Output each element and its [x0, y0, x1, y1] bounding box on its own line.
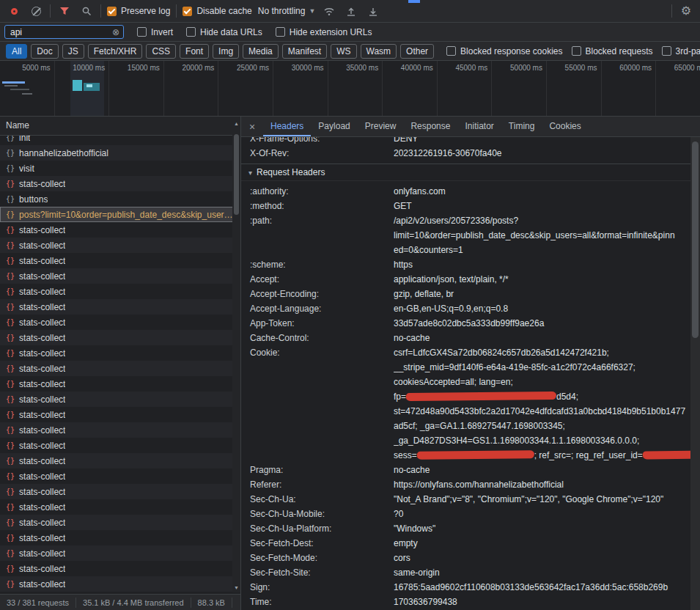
import-har-button[interactable]: [343, 2, 359, 20]
request-row[interactable]: {}stats-collect: [0, 268, 240, 284]
request-row[interactable]: {}visit: [0, 161, 240, 176]
toolbar-divider: [176, 4, 177, 18]
request-row[interactable]: {}buttons: [0, 191, 240, 207]
disable-cache-checkbox[interactable]: Disable cache: [183, 6, 251, 16]
tab-timing[interactable]: Timing: [501, 117, 542, 136]
request-row[interactable]: {}stats-collect: [0, 530, 240, 545]
clear-button[interactable]: [28, 2, 44, 20]
header-row: :method:GET: [250, 199, 690, 213]
timeline-overview[interactable]: 5000 ms10000 ms15000 ms20000 ms25000 ms3…: [0, 61, 700, 117]
request-row[interactable]: {}stats-collect: [0, 545, 240, 561]
request-row[interactable]: {}stats-collect: [0, 238, 240, 253]
tab-payload[interactable]: Payload: [311, 117, 357, 136]
type-filter-css[interactable]: CSS: [146, 44, 176, 59]
timeline-tick: 50000 ms: [492, 61, 547, 116]
type-filter-wasm[interactable]: Wasm: [361, 44, 397, 59]
blocked-requests-checkbox[interactable]: Blocked requests: [572, 46, 653, 56]
request-row[interactable]: {}stats-collect: [0, 576, 240, 592]
close-details-button[interactable]: ×: [241, 117, 263, 136]
type-filter-img[interactable]: Img: [213, 44, 239, 59]
scroll-down-icon[interactable]: ▼: [234, 584, 239, 592]
header-value: empty: [394, 536, 690, 551]
invert-checkbox[interactable]: Invert: [137, 27, 173, 37]
request-row[interactable]: {}stats-collect: [0, 315, 240, 330]
hide-data-urls-checkbox[interactable]: Hide data URLs: [186, 27, 262, 37]
clear-filter-icon[interactable]: ⊗: [112, 28, 119, 37]
type-filter-font[interactable]: Font: [180, 44, 209, 59]
name-column-header[interactable]: Name: [0, 117, 240, 136]
scrollbar-thumb[interactable]: [234, 134, 239, 215]
request-row[interactable]: {}stats-collect: [0, 515, 240, 530]
header-key: App-Token:: [250, 316, 394, 331]
request-row[interactable]: {}stats-collect: [0, 407, 240, 422]
header-value: ?0: [394, 507, 690, 521]
details-scrollbar[interactable]: [690, 137, 700, 610]
filter-toggle-button[interactable]: [56, 2, 73, 20]
type-filter-all[interactable]: All: [6, 44, 27, 59]
request-row[interactable]: {}stats-collect: [0, 176, 240, 191]
tab-response[interactable]: Response: [403, 117, 457, 136]
request-name: stats-collect: [19, 240, 65, 251]
request-row[interactable]: {}stats-collect: [0, 361, 240, 376]
request-headers-section[interactable]: ▾Request Headers: [241, 163, 690, 181]
timeline-tick: 5000 ms: [0, 61, 55, 116]
filter-input[interactable]: [9, 26, 112, 38]
request-row[interactable]: {}init: [0, 136, 240, 145]
network-conditions-button[interactable]: [321, 2, 337, 20]
header-value-line: _ga_D4827DS3H4=GS1.1.1698003344.1.1.1698…: [394, 433, 690, 448]
preserve-log-checkbox[interactable]: Preserve log: [107, 6, 170, 16]
header-row: Time:1703636799438: [250, 595, 690, 609]
request-row[interactable]: {}stats-collect: [0, 376, 240, 392]
type-filter-media[interactable]: Media: [243, 44, 279, 59]
request-row[interactable]: {}stats-collect: [0, 422, 240, 438]
request-row[interactable]: {}posts?limit=10&order=publish_date_desc…: [0, 207, 240, 222]
blocked-response-cookies-checkbox[interactable]: Blocked response cookies: [446, 46, 562, 56]
request-row[interactable]: {}stats-collect: [0, 345, 240, 361]
type-filter-js[interactable]: JS: [62, 44, 84, 59]
request-row[interactable]: {}stats-collect: [0, 499, 240, 515]
request-row[interactable]: {}stats-collect: [0, 468, 240, 484]
tab-cookies[interactable]: Cookies: [542, 117, 588, 136]
request-row[interactable]: {}stats-collect: [0, 253, 240, 268]
request-row[interactable]: {}stats-collect: [0, 561, 240, 576]
header-value: no-cache: [394, 463, 690, 477]
header-value-line: GET: [394, 199, 690, 213]
request-row[interactable]: {}stats-collect: [0, 438, 240, 453]
request-row[interactable]: {}hannahelizabethofficial: [0, 145, 240, 161]
tab-preview[interactable]: Preview: [358, 117, 404, 136]
json-resource-icon: {}: [6, 441, 15, 449]
requests-scrollbar[interactable]: ▲ ▼: [232, 120, 240, 592]
header-row: :authority:onlyfans.com: [250, 184, 690, 199]
type-filter-manifest[interactable]: Manifest: [282, 44, 327, 59]
type-filter-other[interactable]: Other: [400, 44, 434, 59]
scroll-up-icon[interactable]: ▲: [234, 120, 239, 128]
request-row[interactable]: {}stats-collect: [0, 484, 240, 499]
record-button[interactable]: [6, 2, 22, 20]
requests-list: {}init{}hannahelizabethofficial{}visit{}…: [0, 136, 240, 592]
3rd-party-requests-checkbox[interactable]: 3rd-party requests: [662, 46, 700, 56]
export-har-button[interactable]: [365, 2, 381, 20]
request-name: stats-collect: [19, 471, 65, 482]
request-name: stats-collect: [19, 179, 65, 189]
type-filter-ws[interactable]: WS: [331, 44, 356, 59]
hide-extension-urls-checkbox[interactable]: Hide extension URLs: [276, 27, 372, 37]
header-value-line: "Not_A Brand";v="8", "Chromium";v="120",…: [394, 492, 690, 507]
request-row[interactable]: {}stats-collect: [0, 453, 240, 468]
type-filter-fetch-xhr[interactable]: Fetch/XHR: [88, 44, 143, 59]
type-filter-doc[interactable]: Doc: [31, 44, 58, 59]
resources-size: 88.3 kB: [191, 598, 232, 608]
header-value: https: [394, 257, 690, 272]
request-row[interactable]: {}stats-collect: [0, 284, 240, 299]
tab-initiator[interactable]: Initiator: [457, 117, 501, 136]
request-row[interactable]: {}stats-collect: [0, 330, 240, 345]
request-row[interactable]: {}stats-collect: [0, 299, 240, 315]
settings-gear-button[interactable]: ⚙: [678, 2, 694, 20]
scrollbar-thumb[interactable]: [692, 142, 699, 338]
request-row[interactable]: {}stats-collect: [0, 222, 240, 238]
search-button[interactable]: [78, 2, 95, 20]
collapse-caret-icon[interactable]: ▾: [248, 169, 252, 177]
tab-headers[interactable]: Headers: [263, 117, 311, 136]
request-row[interactable]: {}stats-collect: [0, 392, 240, 407]
throttling-dropdown[interactable]: No throttling ▼: [258, 6, 316, 16]
headers-panel: X-Frame-Options:DENYX-Of-Rev:20231226191…: [241, 137, 690, 610]
